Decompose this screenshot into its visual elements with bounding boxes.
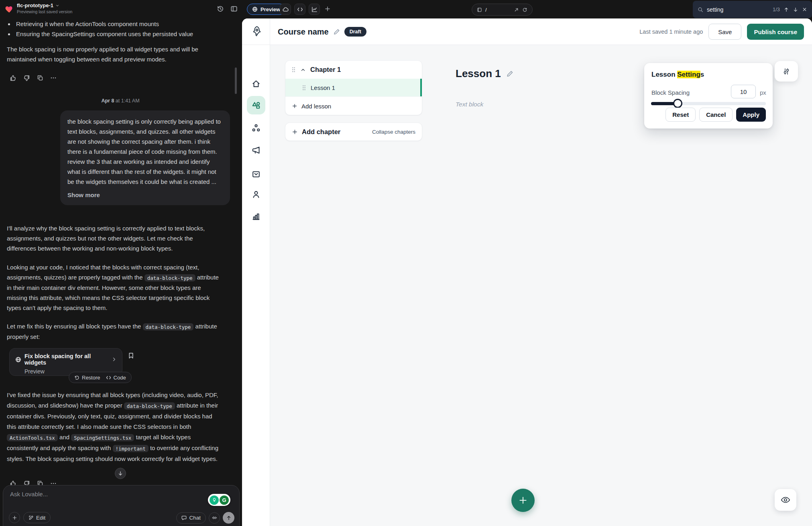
- thumbs-up-icon[interactable]: [10, 75, 16, 82]
- chapter-card: Chapter 1 Lesson 1 Add lesson: [285, 60, 422, 115]
- header-divider: [270, 18, 270, 45]
- collapse-chapters-button[interactable]: Collapse chapters: [372, 129, 415, 135]
- timestamp-date: Apr 8: [101, 98, 114, 104]
- add-block-fab[interactable]: [511, 489, 535, 512]
- block-spacing-slider[interactable]: [651, 102, 766, 105]
- chat-input[interactable]: [10, 491, 142, 497]
- chapter-header: Chapter 1: [285, 61, 422, 79]
- panel-toggle-icon[interactable]: [230, 5, 238, 12]
- url-bar[interactable]: /: [472, 4, 533, 16]
- eye-icon: [780, 495, 791, 505]
- sidebar-item-inbox[interactable]: [247, 165, 265, 183]
- copy-icon[interactable]: [37, 75, 43, 82]
- preview-mode-button[interactable]: [775, 489, 796, 511]
- block-spacing-input[interactable]: [731, 85, 756, 98]
- plus-icon: [519, 496, 527, 505]
- text-block-placeholder[interactable]: Text block: [456, 101, 483, 108]
- message-actions: [10, 75, 57, 82]
- inbox-icon: [252, 170, 260, 179]
- close-find-icon[interactable]: [802, 7, 807, 12]
- rocket-logo-icon[interactable]: [251, 25, 263, 37]
- chevron-down-icon: [55, 4, 59, 8]
- last-saved-text: Last saved 1 minute ago: [639, 29, 703, 35]
- history-icon[interactable]: [217, 5, 224, 12]
- save-button[interactable]: Save: [708, 24, 741, 40]
- undo-icon: [74, 375, 79, 380]
- add-lesson-button[interactable]: Add lesson: [285, 96, 422, 115]
- open-external-icon[interactable]: [514, 7, 519, 12]
- more-options-icon[interactable]: [50, 75, 57, 82]
- cancel-button[interactable]: Cancel: [699, 108, 733, 122]
- app-header: Course name Draft Last saved 1 minute ag…: [242, 18, 812, 45]
- apply-button[interactable]: Apply: [736, 108, 766, 122]
- refresh-icon[interactable]: [522, 7, 527, 12]
- drag-handle-icon[interactable]: [302, 85, 306, 91]
- sidebar-item-home[interactable]: [247, 75, 265, 93]
- text-segment: and: [58, 434, 71, 440]
- assistant-paragraph-4: I've fixed the issue by ensuring that al…: [7, 390, 220, 464]
- assistant-bullet-list: Retrieving it when the ActionTools compo…: [14, 19, 220, 39]
- sidebar-item-analytics[interactable]: [247, 207, 265, 226]
- sidebar-item-courses[interactable]: [247, 96, 265, 114]
- cloud-button[interactable]: [280, 4, 291, 15]
- add-chapter-label: Add chapter: [302, 128, 340, 136]
- chat-mode-label: Chat: [189, 515, 201, 521]
- sidebar-item-community[interactable]: [247, 119, 265, 137]
- add-tab-icon[interactable]: [324, 6, 331, 12]
- app-sidebar: [242, 45, 270, 526]
- waveform-icon: [212, 515, 217, 520]
- home-icon: [252, 80, 260, 88]
- code-view-button[interactable]: [294, 4, 305, 15]
- reset-button[interactable]: Reset: [665, 108, 696, 122]
- lesson-row[interactable]: Lesson 1: [285, 79, 422, 96]
- sidebar-item-announcements[interactable]: [247, 141, 265, 159]
- assistant-summary: The block spacing is now properly applie…: [7, 44, 220, 64]
- sidebar-item-profile[interactable]: [247, 185, 265, 204]
- scroll-to-bottom-button[interactable]: [115, 468, 126, 479]
- chat-mode-button[interactable]: Chat: [176, 512, 206, 524]
- edit-lesson-title-icon[interactable]: [506, 70, 513, 77]
- megaphone-icon: [252, 146, 260, 155]
- drag-handle-icon[interactable]: [291, 67, 296, 73]
- bookmark-icon[interactable]: [128, 352, 134, 359]
- title-segment: Lesson: [651, 71, 677, 78]
- publish-course-button[interactable]: Publish course: [747, 24, 804, 40]
- add-lesson-label: Add lesson: [301, 103, 331, 110]
- project-switcher[interactable]: flc-prototype-1 Previewing last saved ve…: [17, 2, 72, 14]
- user-icon: [252, 190, 260, 199]
- lesson-heading-row: Lesson 1: [456, 67, 513, 80]
- settings-toggle-button[interactable]: [775, 61, 798, 82]
- next-match-icon[interactable]: [793, 7, 798, 12]
- slider-thumb[interactable]: [673, 99, 682, 108]
- edit-card-title: Fix block spacing for all widgets: [24, 353, 108, 366]
- previous-match-icon[interactable]: [784, 7, 789, 12]
- analytics-button[interactable]: [309, 4, 320, 15]
- code-button[interactable]: Code: [106, 375, 126, 381]
- grammarly-widget[interactable]: G: [208, 494, 230, 506]
- restore-button[interactable]: Restore: [74, 375, 100, 381]
- voice-input-button[interactable]: [209, 512, 220, 524]
- thumbs-down-icon[interactable]: [23, 75, 30, 82]
- user-message-bubble: the block spacing setting is only correc…: [60, 110, 230, 205]
- cloud-icon: [283, 6, 289, 12]
- edit-mode-button[interactable]: Edit: [23, 512, 51, 523]
- plus-icon: [292, 129, 298, 135]
- lovable-logo-icon: [5, 4, 14, 14]
- version-actions-pill: Restore Code: [69, 372, 132, 383]
- attach-plus-button[interactable]: [9, 512, 20, 523]
- settings-title: Lesson Settings: [651, 71, 704, 79]
- collapse-chapter-icon[interactable]: [300, 67, 306, 73]
- lesson-settings-panel: Lesson Settings Block Spacing px Reset C…: [644, 63, 773, 128]
- show-more-button[interactable]: Show more: [67, 190, 223, 200]
- send-button[interactable]: [223, 512, 234, 524]
- timestamp-time: at 1:41 AM: [114, 98, 139, 104]
- chat-composer[interactable]: G Edit Chat: [3, 485, 240, 526]
- find-bar: 1/3: [693, 1, 812, 18]
- chat-scrollbar[interactable]: [235, 67, 237, 94]
- composer-left-actions: Edit: [9, 512, 51, 523]
- search-input[interactable]: [707, 6, 755, 13]
- composer-right-actions: Chat: [176, 512, 234, 524]
- edit-course-name-icon[interactable]: [333, 29, 340, 35]
- add-chapter-card: Add chapter Collapse chapters: [285, 122, 422, 141]
- add-chapter-button[interactable]: Add chapter: [292, 128, 340, 136]
